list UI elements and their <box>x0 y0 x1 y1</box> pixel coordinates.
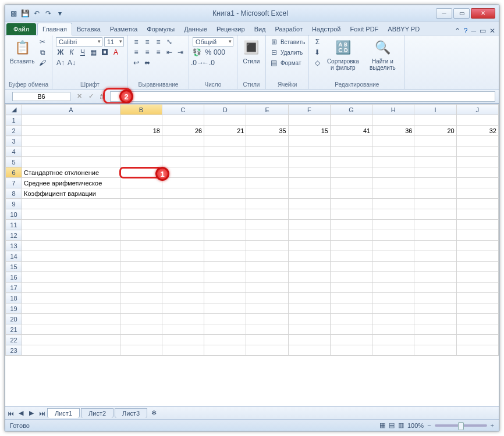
new-sheet-icon[interactable]: ✻ <box>148 409 159 417</box>
cell-A8[interactable]: Коэффициент вариации <box>22 188 120 199</box>
spreadsheet-grid[interactable]: ◢ A B C D E F G H I J 1 2182621351541362… <box>5 104 499 356</box>
row-4[interactable]: 4 <box>6 146 22 157</box>
tab-view[interactable]: Вид <box>250 23 271 35</box>
col-J[interactable]: J <box>456 105 498 115</box>
align-top-icon[interactable]: ≡ <box>132 37 141 47</box>
row-12[interactable]: 12 <box>6 230 22 241</box>
align-mid-icon[interactable]: ≡ <box>143 37 152 47</box>
delete-cells-icon[interactable]: ⊟ <box>269 48 279 57</box>
row-5[interactable]: 5 <box>6 157 22 167</box>
indent-dec-icon[interactable]: ⇤ <box>165 48 174 57</box>
help-icon[interactable]: ? <box>464 27 468 35</box>
border-icon[interactable]: ▦ <box>89 48 98 57</box>
insert-cells-label[interactable]: Вставить <box>281 39 305 45</box>
col-E[interactable]: E <box>246 105 288 115</box>
copy-icon[interactable]: ⧉ <box>38 48 47 57</box>
tab-file[interactable]: Файл <box>6 23 36 35</box>
orientation-icon[interactable]: ⤡ <box>165 37 174 47</box>
doc-minimize-icon[interactable]: ─ <box>471 27 476 35</box>
cell-E2[interactable]: 35 <box>246 126 288 136</box>
tab-foxit[interactable]: Foxit PDF <box>345 23 383 35</box>
align-right-icon[interactable]: ≡ <box>154 48 163 57</box>
maximize-button[interactable]: ▭ <box>453 8 470 19</box>
zoom-out-icon[interactable]: − <box>427 422 431 429</box>
cell-G2[interactable]: 41 <box>330 126 372 136</box>
cancel-formula-icon[interactable]: ✕ <box>74 91 84 102</box>
row-1[interactable]: 1 <box>6 115 22 126</box>
font-size-select[interactable]: 11 <box>104 37 124 47</box>
format-cells-icon[interactable]: ▤ <box>269 58 279 67</box>
col-I[interactable]: I <box>414 105 456 115</box>
row-11[interactable]: 11 <box>6 220 22 230</box>
tab-home[interactable]: Главная <box>37 23 72 35</box>
row-6[interactable]: 6 <box>6 167 22 178</box>
bold-icon[interactable]: Ж <box>56 48 65 57</box>
row-19[interactable]: 19 <box>6 303 22 314</box>
cut-icon[interactable]: ✂ <box>38 37 47 47</box>
sort-filter-button[interactable]: 🔠 Сортировка и фильтр <box>324 37 361 72</box>
col-H[interactable]: H <box>372 105 414 115</box>
row-9[interactable]: 9 <box>6 199 22 209</box>
row-2[interactable]: 2 <box>6 126 22 136</box>
doc-restore-icon[interactable]: ▭ <box>480 27 486 35</box>
fill-icon[interactable]: ⬇ <box>313 48 322 57</box>
row-21[interactable]: 21 <box>6 324 22 335</box>
col-B[interactable]: B <box>120 105 162 115</box>
currency-icon[interactable]: 💱 <box>193 48 202 57</box>
percent-icon[interactable]: % <box>204 48 213 57</box>
sheet-tab-2[interactable]: Лист2 <box>81 408 113 418</box>
styles-button[interactable]: 🔳 Стили <box>241 37 262 66</box>
col-D[interactable]: D <box>204 105 246 115</box>
col-A[interactable]: A <box>22 105 120 115</box>
sheet-nav-next[interactable]: ▶ <box>26 409 37 417</box>
cell-A7[interactable]: Среднее арифметическое <box>22 178 120 188</box>
underline-icon[interactable]: Ч <box>78 48 87 57</box>
cell-H2[interactable]: 36 <box>372 126 414 136</box>
sheet-nav-first[interactable]: ⏮ <box>5 410 16 417</box>
tab-abbyy[interactable]: ABBYY PD <box>383 23 424 35</box>
zoom-level[interactable]: 100% <box>407 422 424 429</box>
decrease-decimal-icon[interactable]: ←.0 <box>204 58 213 67</box>
view-layout-icon[interactable]: ▤ <box>389 421 395 429</box>
row-17[interactable]: 17 <box>6 283 22 293</box>
view-break-icon[interactable]: ▥ <box>398 421 404 429</box>
cell-D2[interactable]: 21 <box>204 126 246 136</box>
increase-font-icon[interactable]: A↑ <box>56 58 65 67</box>
row-8[interactable]: 8 <box>6 188 22 199</box>
cell-C2[interactable]: 26 <box>162 126 204 136</box>
sheet-nav-last[interactable]: ⏭ <box>37 410 47 417</box>
tab-data[interactable]: Данные <box>179 23 212 35</box>
sheet-nav-prev[interactable]: ◀ <box>16 409 26 417</box>
row-7[interactable]: 7 <box>6 178 22 188</box>
format-cells-label[interactable]: Формат <box>281 60 301 66</box>
fill-color-icon[interactable]: 🞑 <box>100 48 109 57</box>
paste-button[interactable]: 📋 Вставить <box>9 37 36 66</box>
decrease-font-icon[interactable]: A↓ <box>67 58 76 67</box>
cell-F2[interactable]: 15 <box>288 126 330 136</box>
row-15[interactable]: 15 <box>6 262 22 272</box>
row-22[interactable]: 22 <box>6 335 22 345</box>
row-23[interactable]: 23 <box>6 345 22 356</box>
autosum-icon[interactable]: Σ <box>313 37 322 47</box>
row-16[interactable]: 16 <box>6 272 22 283</box>
col-C[interactable]: C <box>162 105 204 115</box>
italic-icon[interactable]: К <box>67 48 76 57</box>
qat-save-icon[interactable]: 💾 <box>20 9 30 18</box>
find-select-button[interactable]: 🔍 Найти и выделить <box>364 37 401 72</box>
row-18[interactable]: 18 <box>6 293 22 303</box>
cell-A6[interactable]: Стандартное отклонение <box>22 167 120 178</box>
clear-icon[interactable]: ◇ <box>313 58 322 67</box>
qat-customize-icon[interactable]: ▾ <box>55 9 65 18</box>
tab-dev[interactable]: Разработ <box>271 23 307 35</box>
number-format-select[interactable]: Общий <box>193 37 233 47</box>
font-color-icon[interactable]: A <box>111 48 120 57</box>
row-10[interactable]: 10 <box>6 209 22 220</box>
col-G[interactable]: G <box>330 105 372 115</box>
cell-J2[interactable]: 32 <box>456 126 498 136</box>
indent-inc-icon[interactable]: ⇥ <box>176 48 185 57</box>
cell-B2[interactable]: 18 <box>120 126 162 136</box>
row-3[interactable]: 3 <box>6 136 22 146</box>
format-painter-icon[interactable]: 🖌 <box>38 58 47 67</box>
tab-layout[interactable]: Разметка <box>105 23 143 35</box>
name-box[interactable]: B6 <box>12 92 70 101</box>
